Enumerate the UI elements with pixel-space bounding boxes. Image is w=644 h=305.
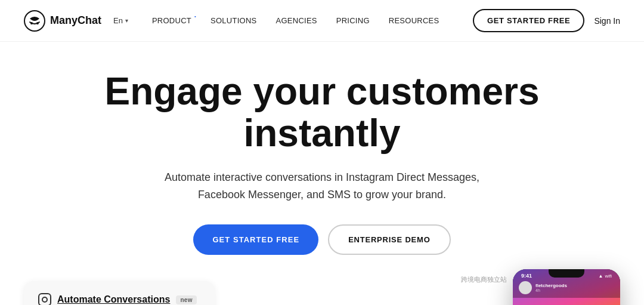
hero-section: Engage your customers instantly Automate…	[0, 42, 644, 281]
navbar: ManyChat En ▾ PRODUCT SOLUTIONS AGENCIES…	[0, 0, 644, 42]
nav-resources[interactable]: RESOURCES	[389, 16, 439, 25]
hero-get-started-button[interactable]: GET STARTED FREE	[193, 224, 318, 255]
svg-point-2	[36, 22, 39, 24]
enterprise-demo-button[interactable]: ENTERPRISE DEMO	[328, 224, 450, 255]
feature-card-header: Automate Conversations new	[38, 293, 200, 305]
phone-status-icons: ▲ wifi	[599, 273, 612, 279]
logo-icon	[24, 10, 45, 32]
new-badge: new	[176, 295, 196, 304]
logo-text: ManyChat	[50, 14, 101, 27]
profile-name: fletchergoods	[535, 283, 567, 288]
signal-icon: ▲	[599, 273, 603, 279]
bottom-section: Automate Conversations new fletchergoods…	[0, 281, 644, 305]
instagram-icon	[38, 293, 51, 305]
phone-area: fletchergoods 4h 9:41 ▲ wifi	[513, 269, 620, 305]
profile-time: 4h	[535, 288, 567, 292]
nav-solutions[interactable]: SOLUTIONS	[210, 16, 256, 25]
phone-notch	[549, 269, 584, 278]
nav-actions: GET STARTED FREE Sign In	[473, 9, 620, 32]
hero-title: Engage your customers instantly	[89, 70, 555, 155]
svg-point-1	[30, 22, 33, 24]
feature-card: Automate Conversations new	[24, 281, 215, 305]
logo[interactable]: ManyChat	[24, 10, 101, 32]
nav-pricing[interactable]: PRICING	[336, 16, 370, 25]
nav-links: PRODUCT SOLUTIONS AGENCIES PRICING RESOU…	[152, 16, 473, 25]
wifi-icon: wifi	[605, 273, 612, 279]
nav-get-started-button[interactable]: GET STARTED FREE	[473, 9, 584, 32]
hero-buttons: GET STARTED FREE ENTERPRISE DEMO	[193, 224, 450, 255]
nav-agencies[interactable]: AGENCIES	[276, 16, 317, 25]
lang-label: En	[113, 16, 123, 25]
profile-info: fletchergoods 4h	[535, 283, 567, 292]
sign-in-link[interactable]: Sign In	[594, 16, 620, 26]
hero-subtitle: Automate interactive conversations in In…	[155, 169, 489, 204]
nav-product[interactable]: PRODUCT	[152, 16, 191, 25]
chevron-down-icon: ▾	[125, 17, 128, 24]
profile-avatar	[519, 281, 532, 294]
instagram-inner-circle	[42, 297, 48, 303]
watermark: 跨境电商独立站	[461, 275, 507, 284]
language-selector[interactable]: En ▾	[113, 16, 128, 25]
phone-mockup: fletchergoods 4h 9:41 ▲ wifi	[513, 269, 620, 305]
phone-time: 9:41	[521, 273, 532, 279]
feature-card-title[interactable]: Automate Conversations	[57, 294, 170, 305]
